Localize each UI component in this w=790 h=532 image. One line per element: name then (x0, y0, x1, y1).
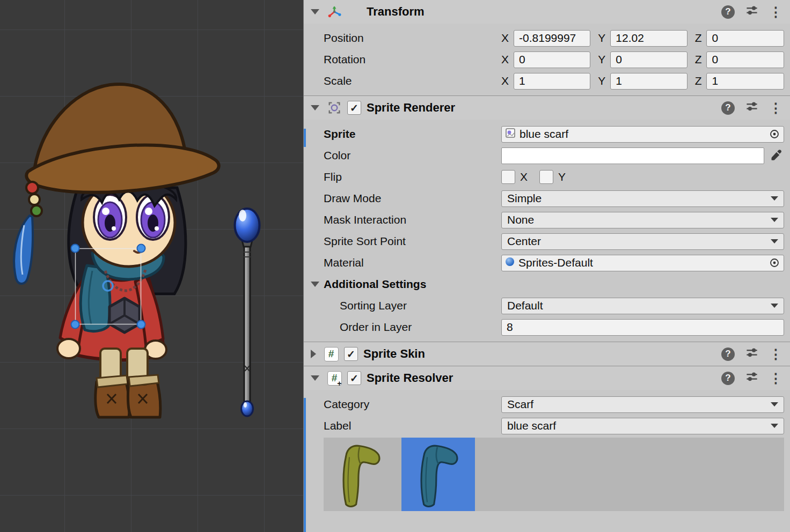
kebab-menu-icon[interactable]: ⋮ (769, 372, 782, 385)
sprite-thumbnail-icon (504, 127, 516, 142)
transform-header[interactable]: Transform ? ⋮ (304, 0, 790, 24)
position-y-field[interactable]: 12.02 (610, 30, 687, 47)
material-label: Material (324, 256, 501, 269)
sprite-renderer-icon (326, 99, 343, 116)
order-in-layer-field[interactable]: 8 (501, 319, 784, 336)
sprite-skin-enabled-checkbox[interactable]: ✓ (344, 347, 358, 361)
selection-handle-bottom-left[interactable] (71, 321, 79, 329)
foldout-open-icon[interactable] (311, 105, 319, 110)
kebab-menu-icon[interactable]: ⋮ (769, 5, 782, 19)
scale-x-field[interactable]: 1 (514, 73, 590, 90)
sprite-skin-header[interactable]: # ✓ Sprite Skin ? ⋮ (304, 342, 790, 366)
flip-row: Flip X Y (324, 166, 784, 188)
scale-x-label: X (501, 75, 509, 87)
additional-settings-title: Additional Settings (324, 278, 426, 291)
sprite-resolver-body: Category Scarf Label blue scarf (304, 390, 790, 515)
chevron-down-icon (771, 402, 778, 407)
staff-sprite[interactable] (235, 209, 260, 416)
sprite-skin-title: Sprite Skin (363, 347, 425, 361)
sprite-renderer-enabled-checkbox[interactable]: ✓ (347, 101, 361, 115)
material-sphere-icon (504, 256, 515, 270)
presets-icon[interactable] (745, 371, 758, 386)
draw-mode-label: Draw Mode (324, 192, 501, 205)
scale-z-label: Z (695, 75, 702, 87)
sprite-variant-green-scarf[interactable] (324, 438, 397, 511)
chevron-down-icon (771, 239, 778, 243)
flip-label: Flip (324, 171, 501, 183)
kebab-menu-icon[interactable]: ⋮ (769, 348, 782, 361)
kebab-menu-icon[interactable]: ⋮ (769, 101, 782, 115)
sprite-renderer-header[interactable]: ✓ Sprite Renderer ? ⋮ (304, 95, 790, 120)
transform-body: Position X-0.8199997 Y12.02 Z0 Rotation … (304, 24, 790, 95)
additional-settings-row[interactable]: Additional Settings (324, 274, 784, 295)
color-label: Color (324, 149, 501, 162)
foldout-closed-icon[interactable] (311, 350, 316, 358)
flip-y-checkbox[interactable] (539, 170, 553, 184)
category-label: Category (324, 398, 501, 411)
override-indicator-sprite (304, 129, 306, 147)
selection-handle-bottom-right[interactable] (137, 321, 145, 329)
mask-interaction-dropdown[interactable]: None (501, 212, 784, 228)
sorting-layer-row: Sorting Layer Default (324, 295, 784, 316)
position-x-field[interactable]: -0.8199997 (514, 30, 590, 47)
rotation-y-label: Y (598, 53, 605, 66)
label-row: Label blue scarf (324, 415, 784, 437)
override-indicator-resolver (304, 398, 306, 532)
rotation-z-field[interactable]: 0 (706, 51, 784, 68)
rotation-y-field[interactable]: 0 (610, 51, 687, 68)
foldout-open-icon[interactable] (311, 282, 319, 287)
scene-view[interactable] (0, 0, 303, 532)
sprite-row: Sprite blue scarf (324, 123, 784, 145)
position-label: Position (324, 32, 501, 45)
chevron-down-icon (771, 196, 778, 201)
presets-icon[interactable] (745, 100, 758, 116)
presets-icon[interactable] (745, 346, 758, 362)
material-object-field[interactable]: Sprites-Default (501, 255, 784, 271)
unity-editor: Transform ? ⋮ Position X-0.8199997 Y12.0… (0, 0, 790, 532)
color-swatch[interactable] (501, 147, 764, 164)
selection-handle-top-left[interactable] (71, 245, 79, 253)
rotation-x-field[interactable]: 0 (514, 51, 590, 68)
eyedropper-icon[interactable] (768, 147, 784, 164)
mask-interaction-label: Mask Interaction (324, 213, 501, 226)
help-icon[interactable]: ? (721, 101, 735, 115)
scale-y-field[interactable]: 1 (610, 73, 687, 90)
chevron-down-icon (771, 424, 778, 428)
draw-mode-dropdown[interactable]: Simple (501, 190, 784, 207)
chevron-down-icon (771, 304, 778, 308)
category-dropdown[interactable]: Scarf (501, 396, 784, 413)
color-row: Color (324, 145, 784, 166)
flip-x-checkbox[interactable] (501, 170, 515, 184)
foldout-open-icon[interactable] (311, 9, 319, 14)
material-value: Sprites-Default (518, 256, 593, 269)
sprite-variant-blue-scarf-selected[interactable] (401, 438, 475, 511)
scale-z-field[interactable]: 1 (706, 73, 784, 90)
rotation-row: Rotation X0 Y0 Z0 (324, 49, 784, 70)
character-sprite[interactable] (14, 84, 219, 417)
transform-icon (326, 3, 343, 20)
sprite-object-field[interactable]: blue scarf (501, 126, 784, 143)
sorting-layer-label: Sorting Layer (324, 299, 501, 312)
label-label: Label (324, 419, 501, 432)
inspector-panel: Transform ? ⋮ Position X-0.8199997 Y12.0… (303, 0, 790, 532)
sprite-resolver-enabled-checkbox[interactable]: ✓ (347, 371, 361, 385)
presets-icon[interactable] (745, 4, 758, 20)
object-picker-icon[interactable] (769, 257, 780, 269)
sorting-layer-dropdown[interactable]: Default (501, 298, 784, 314)
help-icon[interactable]: ? (721, 5, 735, 19)
help-icon[interactable]: ? (721, 372, 735, 385)
selection-handle-top-right[interactable] (137, 245, 145, 253)
label-dropdown[interactable]: blue scarf (501, 418, 784, 434)
object-picker-icon[interactable] (769, 128, 780, 140)
order-in-layer-row: Order in Layer 8 (324, 316, 784, 338)
position-z-field[interactable]: 0 (706, 30, 784, 47)
category-row: Category Scarf (324, 394, 784, 415)
help-icon[interactable]: ? (721, 348, 735, 361)
order-in-layer-label: Order in Layer (324, 321, 501, 334)
position-x-label: X (501, 32, 509, 45)
sprite-sort-point-dropdown[interactable]: Center (501, 233, 784, 250)
sprite-renderer-title: Sprite Renderer (367, 101, 455, 115)
sprite-resolver-header[interactable]: #+ ✓ Sprite Resolver ? ⋮ (304, 366, 790, 390)
foldout-open-icon[interactable] (311, 375, 319, 381)
scene-canvas (0, 0, 303, 532)
